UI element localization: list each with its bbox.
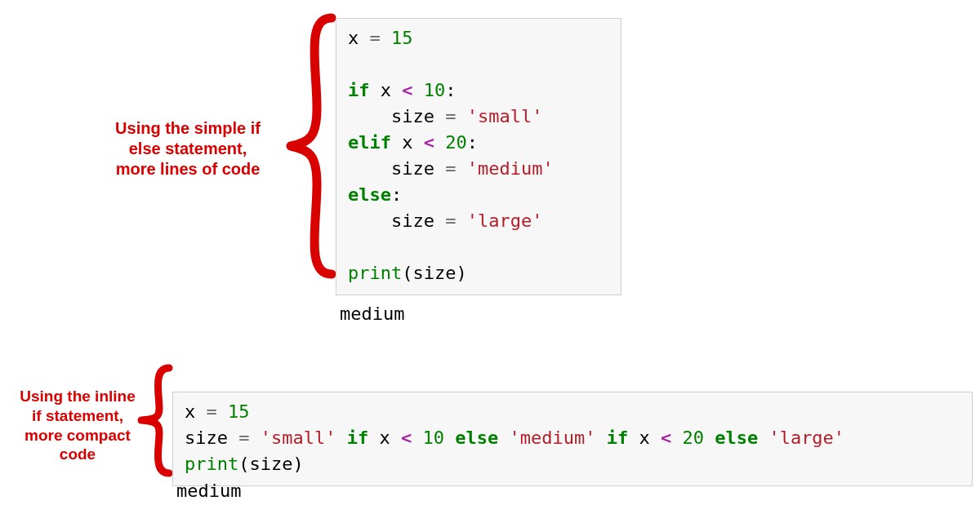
code-block-simple-if-else: x = 15 if x < 10: size = 'small' elif x … (336, 18, 621, 295)
caption-inline-if: Using the inline if statement, more comp… (0, 387, 155, 464)
output-inline-if: medium (176, 481, 241, 501)
caption-simple-if-else: Using the simple if else statement, more… (82, 118, 294, 179)
figure-stage: { "captions": { "top": "Using the simple… (0, 0, 980, 514)
code-block-inline-if: x = 15 size = 'small' if x < 10 else 'me… (172, 392, 973, 486)
output-simple-if-else: medium (340, 304, 404, 324)
